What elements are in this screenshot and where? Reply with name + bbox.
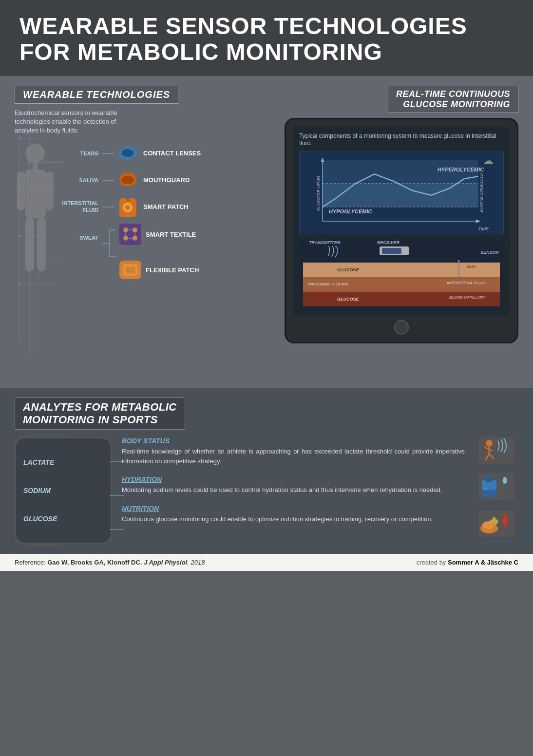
hydration-title: HYDRATION: [122, 475, 465, 483]
svg-point-73: [502, 517, 507, 525]
smart-patch-icon: [114, 196, 141, 218]
svg-rect-17: [33, 162, 38, 170]
tablet-home-button[interactable]: [394, 320, 409, 335]
left-panel: WEARABLE TECHNOLOGIES Electrochemical se…: [15, 86, 275, 376]
analytes-title-box: ANALYTES FOR METABOLIC MONITORING IN SPO…: [15, 397, 185, 430]
sensor-label: SENSOR: [480, 250, 499, 255]
right-panel: REAL-TIME CONTINUOUS GLUCOSE MONITORING …: [285, 86, 518, 376]
footer: Reference: Gao W, Brooks GA, Klonoff DC.…: [0, 554, 533, 571]
svg-rect-31: [126, 198, 130, 201]
diffusion-label: DIFFUSION ~5-15 MIN: [308, 282, 348, 286]
item-saliva: SALIVA MOUTHGUARD: [61, 169, 275, 191]
svg-point-62: [486, 440, 493, 447]
hydration-flask-icon: [479, 475, 514, 499]
analytes-box: LACTATE SODIUM GLUCOSE: [15, 437, 112, 544]
created-authors: Sommer A & Jäschke C: [448, 559, 518, 566]
tablet-device: Typical components of a monitoring syste…: [285, 118, 518, 343]
rtcg-title-box: REAL-TIME CONTINUOUS GLUCOSE MONITORING: [388, 86, 518, 113]
nutrition-text: Continuous glucose monitoring could enab…: [122, 514, 465, 524]
item-sweat: SWEAT: [61, 223, 275, 282]
blood-capillary-label: BLOOD CAPILLARY: [449, 295, 485, 300]
skin-label: SKIN: [466, 265, 476, 269]
reference-journal: J Appl Physiol. 2018: [144, 559, 205, 566]
running-figure-icon: [479, 438, 514, 463]
svg-rect-53: [323, 160, 478, 183]
item-interstitial: INTERSTITIALFLUID SMART PATCH: [61, 196, 275, 218]
svg-rect-52: [323, 183, 478, 207]
mouthguard-icon: [114, 169, 141, 191]
main-content: WEARABLE TECHNOLOGIES Electrochemical se…: [0, 76, 533, 554]
lactate-label: LACTATE: [23, 458, 103, 466]
smart-textile-icon: [117, 223, 144, 246]
analytes-info: BODY STATUS Real-time knowledge of wheth…: [122, 437, 465, 533]
body-status-icon: [478, 437, 515, 464]
interstitial-label: INTERSTITIALFLUID: [61, 200, 102, 213]
saliva-label: SALIVA: [61, 177, 102, 183]
interstitial-fluid-label: INTERSTITIAL FLUID: [447, 281, 485, 285]
glucose-label: GLUCOSE: [23, 515, 103, 523]
svg-rect-18: [25, 170, 46, 218]
item-smart-textile: SMART TEXTILE: [117, 223, 199, 246]
contact-lenses-name: CONTACT LENSES: [143, 150, 201, 157]
svg-rect-19: [17, 171, 25, 210]
smart-patch-name: SMART PATCH: [143, 203, 189, 210]
svg-rect-22: [37, 218, 46, 271]
body-status-item: BODY STATUS Real-time knowledge of wheth…: [122, 437, 465, 466]
hydration-icon: [478, 473, 515, 500]
svg-rect-20: [46, 171, 54, 210]
created-label: created by: [417, 559, 446, 566]
main-title: WEARABLE SENSOR TECHNOLOGIES FOR METABOL…: [19, 14, 514, 65]
nutrition-icon: [478, 510, 515, 537]
nutrition-food-icon: [479, 511, 514, 536]
svg-rect-70: [482, 490, 496, 497]
glucose-description: Typical components of a monitoring syste…: [299, 132, 504, 148]
flexible-patch-icon: [117, 258, 144, 282]
analytes-diagram: LACTATE SODIUM GLUCOSE: [15, 437, 112, 544]
svg-point-3: [18, 136, 21, 139]
header: WEARABLE SENSOR TECHNOLOGIES FOR METABOL…: [0, 0, 533, 76]
flexible-patch-name: FLEXIBLE PATCH: [146, 266, 199, 274]
svg-rect-69: [485, 477, 493, 482]
saliva-line: [102, 178, 114, 183]
analytes-icons: [475, 437, 518, 537]
glucose1-label: GLUCOSE: [337, 267, 359, 272]
sweat-branch-lines: [102, 223, 117, 264]
sensor-needle: [456, 260, 461, 280]
bottom-content: LACTATE SODIUM GLUCOSE BODY STATUS Real-…: [15, 437, 518, 544]
human-figure: [15, 140, 56, 374]
analytes-connecting-lines: [110, 447, 124, 544]
bottom-section: ANALYTES FOR METABOLIC MONITORING IN SPO…: [0, 388, 533, 554]
sensor-diagram: TRANSMITTER RECEIVER SE: [299, 240, 504, 310]
created-by: created by Sommer A & Jäschke C: [417, 559, 518, 566]
svg-line-66: [485, 454, 489, 460]
analytes-title: ANALYTES FOR METABOLIC MONITORING IN SPO…: [23, 401, 177, 426]
svg-rect-58: [458, 260, 459, 280]
interstitial-line: [102, 205, 114, 209]
hydration-item: HYDRATION Monitoring sodium levels could…: [122, 475, 465, 495]
rtcg-title: REAL-TIME CONTINUOUS GLUCOSE MONITORING: [396, 89, 510, 110]
sodium-label: SODIUM: [23, 487, 103, 494]
svg-rect-47: [126, 267, 135, 273]
tears-line: [102, 151, 114, 156]
body-status-title: BODY STATUS: [122, 437, 465, 445]
reference: Reference: Gao W, Brooks GA, Klonoff DC.…: [15, 559, 205, 566]
item-tears: TEARS CONTACT LENSES: [61, 142, 275, 164]
receiver-device: [380, 243, 423, 257]
body-status-text: Real-time knowledge of whether an athlet…: [122, 447, 465, 466]
glucose-chart-svg: [308, 152, 488, 234]
reference-authors: Gao W, Brooks GA, Klonoff DC.: [47, 559, 142, 566]
svg-line-67: [489, 454, 494, 459]
tears-label: TEARS: [61, 151, 102, 156]
transmitter-waves: [326, 246, 355, 258]
item-flexible-patch: FLEXIBLE PATCH: [117, 258, 199, 282]
svg-marker-51: [476, 219, 481, 223]
transmitter-label: TRANSMITTER: [309, 240, 341, 245]
contact-lens-icon: [114, 142, 141, 164]
hydration-text: Monitoring sodium levels could be used t…: [122, 485, 465, 495]
svg-rect-21: [25, 218, 34, 271]
mouthguard-name: MOUTHGUARD: [143, 176, 190, 184]
sweat-label: SWEAT: [61, 223, 102, 241]
nutrition-title: NUTRITION: [122, 505, 465, 512]
svg-point-25: [122, 149, 133, 157]
svg-point-16: [25, 144, 45, 163]
